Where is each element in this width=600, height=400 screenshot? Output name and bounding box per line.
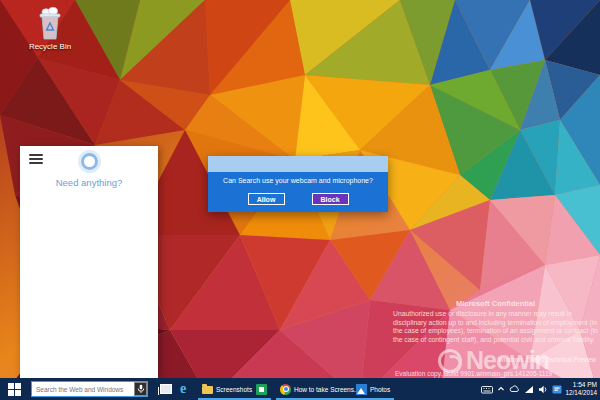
folder-icon [202,386,213,394]
recycle-bin-label: Recycle Bin [22,42,78,51]
taskbar-button-ie[interactable]: e [176,378,190,400]
windows-logo-icon [8,383,21,396]
edition-watermark: Windows 10 Pro Technical Preview [498,356,596,363]
desktop: Recycle Bin Microsoft Confidential Unaut… [0,0,600,400]
chrome-icon [280,384,291,395]
permission-dialog: Can Search use your webcam and microphon… [208,156,388,212]
microphone-icon [137,384,145,394]
notification-icon[interactable] [552,385,562,394]
allow-button[interactable]: Allow [248,193,285,205]
cortana-ring-icon [81,153,98,170]
dialog-body: Can Search use your webcam and microphon… [208,172,388,212]
taskbar-button-chrome[interactable]: How to take Screens... [276,378,363,400]
cloud-icon[interactable] [509,385,520,393]
task-view-icon [160,384,172,394]
taskbar: e Screenshots How to take Screens... Pho… [0,378,600,400]
microphone-button[interactable] [134,382,147,396]
taskbar-button-label: Photos [370,386,390,393]
recycle-bin-icon [36,5,64,41]
confidential-body: Unauthorized use or disclosure in any ma… [393,310,598,344]
taskbar-clock[interactable]: 1:54 PM 12/14/2014 [565,381,597,397]
task-view-button[interactable] [155,378,176,400]
dialog-titlebar[interactable] [208,156,388,172]
system-tray [481,378,562,400]
taskbar-search [31,381,148,397]
volume-icon[interactable] [538,385,548,394]
keyboard-icon[interactable] [481,385,493,394]
block-button[interactable]: Block [312,193,349,205]
green-app-icon [256,384,267,395]
taskbar-button-photos[interactable]: Photos [352,378,394,400]
photos-icon [356,384,367,395]
confidential-watermark: Microsoft Confidential Unauthorized use … [393,299,598,344]
network-icon[interactable] [524,385,534,394]
cortana-greeting: Need anything? [20,177,158,188]
chevron-up-icon[interactable] [497,385,505,393]
build-watermark: Evaluation copy. Build 9901.winmain_prs.… [395,370,552,377]
search-input[interactable] [32,386,134,393]
cortana-panel: Need anything? [20,146,158,378]
neowin-logo-icon [438,349,462,373]
taskbar-button-label: Screenshots [216,386,252,393]
taskbar-button-label: How to take Screens... [294,386,359,393]
confidential-title: Microsoft Confidential [393,299,598,308]
start-button[interactable] [0,378,28,400]
ie-icon: e [180,382,186,396]
taskbar-button-explorer[interactable]: Screenshots [198,378,256,400]
taskbar-button-green-app[interactable] [252,378,271,400]
recycle-bin[interactable]: Recycle Bin [22,5,78,51]
clock-time: 1:54 PM [565,381,597,389]
clock-date: 12/14/2014 [565,389,597,397]
dialog-message: Can Search use your webcam and microphon… [208,172,388,184]
